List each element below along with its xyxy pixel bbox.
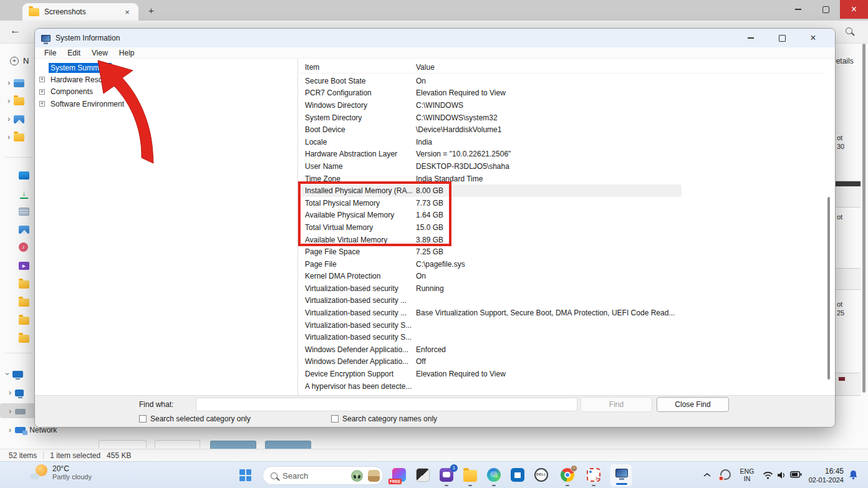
tab-screenshots[interactable]: Screenshots ×: [22, 3, 138, 21]
language-indicator[interactable]: ENG IN: [739, 467, 755, 482]
tree-item[interactable]: Software Environment: [35, 98, 297, 110]
chevron-right-icon[interactable]: ›: [7, 116, 10, 122]
sidebar-item-downloads[interactable]: ↓: [19, 188, 29, 199]
volume-icon[interactable]: [777, 471, 786, 479]
detail-row[interactable]: A hypervisor has been detecte...: [301, 380, 682, 393]
tree-item[interactable]: System Summary: [35, 62, 297, 74]
file-thumbnail[interactable]: [833, 181, 861, 208]
taskbar-icon-photos[interactable]: [415, 467, 430, 482]
detail-row[interactable]: Virtualization-based security ... Base V…: [301, 307, 682, 319]
taskbar-icon-snipping-tool[interactable]: [586, 467, 601, 482]
tree-item[interactable]: Components: [35, 86, 297, 98]
scrollbar-thumb[interactable]: [827, 197, 830, 380]
minimize-button[interactable]: [738, 29, 764, 47]
detail-row[interactable]: Boot Device \Device\HarddiskVolume1: [301, 123, 682, 136]
taskbar-icon-chrome[interactable]: [560, 467, 575, 482]
tree-item[interactable]: Hardware Resources: [35, 74, 297, 85]
back-icon[interactable]: ←: [10, 24, 21, 37]
chevron-right-icon[interactable]: ›: [9, 408, 11, 414]
checkbox-icon[interactable]: [139, 415, 147, 423]
taskbar-icon-chat[interactable]: 1: [439, 467, 454, 482]
sidebar-item-pictures[interactable]: [19, 224, 29, 235]
detail-row[interactable]: Device Encryption Support Elevation Requ…: [301, 368, 682, 380]
window-restore-button[interactable]: [812, 0, 839, 19]
detail-row[interactable]: Hardware Abstraction Layer Version = "10…: [301, 148, 682, 161]
sysinfo-title-bar[interactable]: System Information: [35, 29, 835, 47]
menu-edit[interactable]: Edit: [62, 49, 86, 57]
detail-row[interactable]: Virtualization-based security ...: [301, 295, 682, 307]
sidebar-pinned-item[interactable]: ›: [7, 113, 24, 125]
wifi-icon[interactable]: [763, 471, 773, 479]
detail-row[interactable]: Secure Boot State On: [301, 75, 682, 87]
taskbar-icon-file-explorer[interactable]: [463, 467, 478, 482]
sync-status-icon[interactable]: [720, 469, 731, 480]
sidebar-pc-subitem[interactable]: ›: [9, 387, 24, 398]
detail-row[interactable]: Page File Space 7.25 GB: [301, 246, 682, 258]
weather-widget[interactable]: 20°C Partly cloudy: [30, 464, 92, 481]
detail-row[interactable]: Windows Defender Applicatio... Off: [301, 356, 682, 368]
file-thumbnail[interactable]: [99, 440, 147, 448]
chevron-right-icon[interactable]: ›: [7, 80, 10, 86]
window-close-button[interactable]: [840, 0, 868, 19]
detail-row[interactable]: Locale India: [301, 136, 682, 148]
sidebar-item-documents[interactable]: [19, 206, 29, 217]
chevron-right-icon[interactable]: ›: [7, 98, 10, 104]
maximize-button[interactable]: [769, 29, 795, 47]
sidebar-item-desktop[interactable]: [19, 170, 29, 181]
chevron-right-icon[interactable]: ›: [9, 390, 11, 396]
notification-bell-icon[interactable]: [849, 470, 858, 480]
taskbar-search[interactable]: Search: [263, 466, 383, 485]
search-category-names-checkbox[interactable]: Search category names only: [331, 414, 437, 423]
taskbar-icon-system-information-active[interactable]: [610, 464, 632, 487]
explorer-scrollbar[interactable]: [862, 44, 866, 393]
chevron-down-icon[interactable]: ›: [4, 373, 11, 375]
detail-row[interactable]: Windows Directory C:\WINDOWS: [301, 99, 682, 112]
sidebar-folder-item[interactable]: [19, 297, 29, 308]
expand-plus-icon[interactable]: [39, 77, 45, 82]
detail-row[interactable]: System Directory C:\WINDOWS\system32: [301, 112, 682, 124]
sidebar-item-videos[interactable]: ▶: [19, 260, 29, 271]
file-thumbnail[interactable]: [833, 373, 861, 396]
sidebar-pinned-item[interactable]: ›: [7, 77, 24, 89]
detail-row[interactable]: Virtualization-based security Running: [301, 282, 682, 295]
sidebar-pinned-item[interactable]: ›: [7, 132, 24, 143]
close-button[interactable]: [800, 29, 826, 47]
tab-close-icon[interactable]: ×: [122, 7, 132, 17]
detail-row[interactable]: Virtualization-based security S...: [301, 331, 682, 343]
sidebar-drive-item[interactable]: ›: [9, 406, 26, 417]
sidebar-folder-item[interactable]: [19, 279, 29, 290]
sidebar-pinned-item[interactable]: ›: [7, 95, 24, 107]
detail-row[interactable]: Page File C:\pagefile.sys: [301, 258, 682, 270]
taskbar-icon-store[interactable]: [510, 467, 525, 482]
detail-row[interactable]: User Name DESKTOP-R3DLJO5\shaha: [301, 160, 682, 173]
column-header-value[interactable]: Value: [416, 63, 435, 72]
new-tab-button[interactable]: +: [148, 5, 154, 16]
start-button[interactable]: [239, 469, 251, 481]
sidebar-item-this-pc[interactable]: ›: [6, 368, 23, 380]
clock[interactable]: 16:45 02-01-2024: [808, 467, 844, 484]
detail-row[interactable]: Kernel DMA Protection On: [301, 270, 682, 283]
tray-overflow-chevron-icon[interactable]: [703, 472, 711, 477]
sidebar-item-music[interactable]: ♪: [19, 241, 28, 252]
window-minimize-button[interactable]: [784, 0, 812, 19]
column-header-item[interactable]: Item: [305, 63, 319, 72]
sidebar-folder-item[interactable]: [19, 315, 29, 326]
battery-icon[interactable]: [790, 471, 802, 478]
sidebar-folder-item[interactable]: [19, 333, 29, 344]
list-scrollbar[interactable]: [827, 59, 831, 395]
file-thumbnail[interactable]: [265, 441, 311, 449]
detail-row[interactable]: Windows Defender Applicatio... Enforced: [301, 343, 682, 356]
menu-file[interactable]: File: [39, 49, 62, 57]
search-selected-category-checkbox[interactable]: Search selected category only: [139, 414, 251, 423]
expand-plus-icon[interactable]: [39, 101, 45, 107]
expand-plus-icon[interactable]: [39, 89, 45, 95]
chevron-right-icon[interactable]: ›: [9, 427, 11, 433]
taskbar-icon-colorful-app[interactable]: FREE: [392, 467, 407, 482]
search-icon[interactable]: [846, 27, 852, 34]
find-input[interactable]: [196, 398, 577, 411]
detail-row[interactable]: PCR7 Configuration Elevation Required to…: [301, 87, 682, 100]
taskbar-icon-dell[interactable]: DELL: [534, 467, 549, 482]
taskbar-icon-edge[interactable]: [486, 467, 501, 482]
file-thumbnail[interactable]: [155, 440, 200, 448]
checkbox-icon[interactable]: [331, 415, 339, 423]
